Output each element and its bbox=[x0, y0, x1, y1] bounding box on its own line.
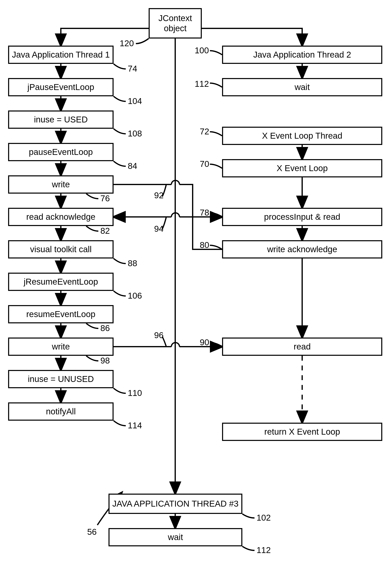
box-read-right: read bbox=[222, 338, 382, 356]
pauseel-label: pauseEventLoop bbox=[29, 147, 93, 157]
box-read-acknowledge: read acknowledge bbox=[8, 208, 113, 226]
box-wait-right: wait bbox=[222, 78, 382, 96]
ref-112a: 112 bbox=[195, 79, 209, 89]
returnx-label: return X Event Loop bbox=[264, 427, 340, 437]
ref-98: 98 bbox=[100, 356, 110, 366]
ref-96: 96 bbox=[154, 331, 164, 340]
xloop-label: X Event Loop bbox=[277, 163, 328, 173]
ref-106: 106 bbox=[128, 291, 142, 301]
inuse-used-label: inuse = USED bbox=[34, 114, 88, 125]
ref-70: 70 bbox=[200, 159, 209, 169]
ref-72: 72 bbox=[200, 127, 209, 137]
box-return-x-event-loop: return X Event Loop bbox=[222, 423, 382, 441]
ref-84: 84 bbox=[128, 161, 137, 171]
procread-label: processInput & read bbox=[264, 212, 340, 222]
jcontext-label: JContext object bbox=[158, 13, 192, 34]
ref-102: 102 bbox=[256, 513, 271, 523]
ref-76: 76 bbox=[100, 193, 110, 203]
box-processinput-read: processInput & read bbox=[222, 208, 382, 226]
inuse-unused-label: inuse = UNUSED bbox=[28, 374, 94, 384]
box-pauseeventloop: pauseEventLoop bbox=[8, 143, 113, 161]
jpause-label: jPauseEventLoop bbox=[27, 82, 94, 92]
box-inuse-unused: inuse = UNUSED bbox=[8, 370, 113, 388]
ref-108: 108 bbox=[128, 129, 142, 138]
ref-92: 92 bbox=[154, 191, 164, 200]
box-jcontext-object: JContext object bbox=[149, 8, 202, 39]
ref-110: 110 bbox=[128, 388, 142, 398]
notify-label: notifyAll bbox=[46, 406, 76, 417]
readack-label: read acknowledge bbox=[26, 212, 96, 222]
ref-80: 80 bbox=[200, 240, 209, 250]
box-write-1: write bbox=[8, 175, 113, 193]
ref-100: 100 bbox=[195, 46, 209, 55]
visual-label: visual toolkit call bbox=[30, 244, 91, 254]
ref-112b: 112 bbox=[256, 545, 271, 555]
ref-104: 104 bbox=[128, 96, 142, 106]
box-x-event-loop-thread: X Event Loop Thread bbox=[222, 127, 382, 145]
box-inuse-used: inuse = USED bbox=[8, 110, 113, 129]
ref-56: 56 bbox=[87, 527, 97, 537]
box-x-event-loop: X Event Loop bbox=[222, 159, 382, 177]
box-jat3: JAVA APPLICATION THREAD #3 bbox=[109, 494, 242, 514]
jresume-label: jResumeEventLoop bbox=[24, 277, 98, 287]
ref-78: 78 bbox=[200, 208, 209, 218]
write1-label: write bbox=[52, 179, 70, 190]
waitb-label: wait bbox=[168, 532, 183, 542]
box-write-2: write bbox=[8, 338, 113, 356]
writeack-label: write acknowledge bbox=[267, 244, 337, 254]
readr-label: read bbox=[294, 342, 311, 352]
box-notifyall: notifyAll bbox=[8, 402, 113, 421]
write2-label: write bbox=[52, 342, 70, 352]
box-jresumeeventloop: jResumeEventLoop bbox=[8, 273, 113, 291]
jat1-label: Java Application Thread 1 bbox=[12, 50, 110, 60]
box-visual-toolkit-call: visual toolkit call bbox=[8, 240, 113, 259]
xthread-label: X Event Loop Thread bbox=[262, 131, 342, 141]
jat3-label: JAVA APPLICATION THREAD #3 bbox=[112, 499, 238, 509]
box-resumeeventloop: resumeEventLoop bbox=[8, 305, 113, 323]
resumeel-label: resumeEventLoop bbox=[26, 309, 96, 319]
jat2-label: Java Application Thread 2 bbox=[253, 50, 351, 60]
box-jat1: Java Application Thread 1 bbox=[8, 46, 113, 64]
ref-74: 74 bbox=[128, 64, 137, 74]
waitr-label: wait bbox=[295, 82, 310, 92]
ref-94: 94 bbox=[154, 224, 164, 234]
box-wait-bottom: wait bbox=[109, 528, 242, 546]
box-jat2: Java Application Thread 2 bbox=[222, 46, 382, 64]
ref-82: 82 bbox=[100, 226, 110, 236]
ref-120: 120 bbox=[120, 39, 134, 48]
box-jpauseeventloop: jPauseEventLoop bbox=[8, 78, 113, 96]
ref-90: 90 bbox=[200, 338, 209, 347]
ref-86: 86 bbox=[100, 323, 110, 333]
box-write-acknowledge: write acknowledge bbox=[222, 240, 382, 259]
ref-114: 114 bbox=[128, 421, 142, 430]
ref-88: 88 bbox=[128, 259, 137, 268]
